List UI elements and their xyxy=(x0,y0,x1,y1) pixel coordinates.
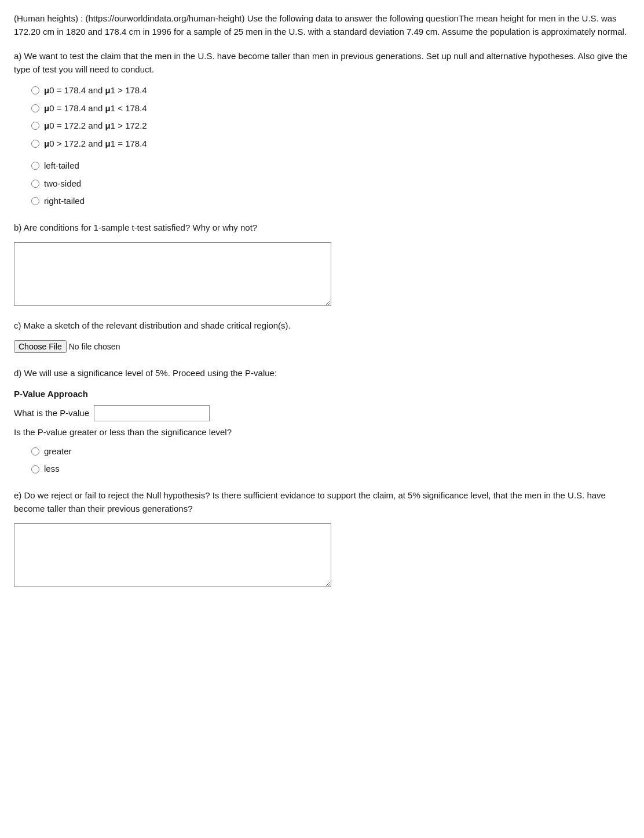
part-b-block: b) Are conditions for 1-sample t-test sa… xyxy=(14,221,630,306)
part-e-block: e) Do we reject or fail to reject the Nu… xyxy=(14,489,630,588)
part-e-textarea[interactable] xyxy=(14,523,331,587)
file-input[interactable] xyxy=(14,340,167,353)
radio-item-right-tailed[interactable]: right-tailed xyxy=(31,195,630,208)
tail-label-left[interactable]: left-tailed xyxy=(44,159,79,173)
radio-item-h2[interactable]: μ0 = 178.4 and μ1 < 178.4 xyxy=(31,102,630,115)
tail-radio-left[interactable] xyxy=(31,162,39,170)
significance-label-greater[interactable]: greater xyxy=(44,445,72,458)
part-c-label: c) Make a sketch of the relevant distrib… xyxy=(14,319,630,332)
hypothesis-radio-h3[interactable] xyxy=(31,122,39,130)
hypotheses-radio-group: μ0 = 178.4 and μ1 > 178.4 μ0 = 178.4 and… xyxy=(31,84,630,150)
tail-radio-group: left-tailed two-sided right-tailed xyxy=(31,159,630,208)
hypothesis-label-h1[interactable]: μ0 = 178.4 and μ1 > 178.4 xyxy=(44,84,147,97)
part-b-label: b) Are conditions for 1-sample t-test sa… xyxy=(14,221,630,234)
tail-radio-right[interactable] xyxy=(31,197,39,205)
radio-item-two-sided[interactable]: two-sided xyxy=(31,177,630,191)
intro-text: (Human heights) : (https://ourworldindat… xyxy=(14,12,630,39)
significance-radio-less[interactable] xyxy=(31,465,39,473)
radio-item-less[interactable]: less xyxy=(31,462,630,476)
p-value-row: What is the P-value xyxy=(14,405,630,421)
part-d-label: d) We will use a significance level of 5… xyxy=(14,366,630,380)
significance-radio-greater[interactable] xyxy=(31,447,39,456)
radio-item-h1[interactable]: μ0 = 178.4 and μ1 > 178.4 xyxy=(31,84,630,97)
radio-item-h3[interactable]: μ0 = 172.2 and μ1 > 172.2 xyxy=(31,119,630,133)
hypothesis-radio-h1[interactable] xyxy=(31,86,39,94)
part-e-label: e) Do we reject or fail to reject the Nu… xyxy=(14,489,630,516)
tail-label-two[interactable]: two-sided xyxy=(44,177,81,191)
tail-radio-two[interactable] xyxy=(31,180,39,188)
hypothesis-radio-h2[interactable] xyxy=(31,104,39,112)
hypothesis-radio-h4[interactable] xyxy=(31,140,39,148)
hypothesis-label-h4[interactable]: μ0 > 172.2 and μ1 = 178.4 xyxy=(44,137,147,151)
part-a-block: a) We want to test the claim that the me… xyxy=(14,49,630,208)
radio-item-left-tailed[interactable]: left-tailed xyxy=(31,159,630,173)
part-b-textarea[interactable] xyxy=(14,242,331,306)
radio-item-greater[interactable]: greater xyxy=(31,445,630,458)
file-input-area[interactable] xyxy=(14,340,630,354)
part-c-block: c) Make a sketch of the relevant distrib… xyxy=(14,319,630,354)
part-a-label: a) We want to test the claim that the me… xyxy=(14,49,630,76)
p-value-question-label: What is the P-value xyxy=(14,407,89,420)
radio-item-h4[interactable]: μ0 > 172.2 and μ1 = 178.4 xyxy=(31,137,630,151)
tail-label-right[interactable]: right-tailed xyxy=(44,195,85,208)
p-value-approach-heading: P-Value Approach xyxy=(14,388,630,401)
significance-question-text: Is the P-value greater or less than the … xyxy=(14,426,630,439)
significance-label-less[interactable]: less xyxy=(44,462,60,476)
significance-radio-group: greater less xyxy=(31,445,630,476)
hypothesis-label-h3[interactable]: μ0 = 172.2 and μ1 > 172.2 xyxy=(44,119,147,133)
part-d-block: d) We will use a significance level of 5… xyxy=(14,366,630,476)
p-value-input[interactable] xyxy=(94,405,210,421)
hypothesis-label-h2[interactable]: μ0 = 178.4 and μ1 < 178.4 xyxy=(44,102,147,115)
